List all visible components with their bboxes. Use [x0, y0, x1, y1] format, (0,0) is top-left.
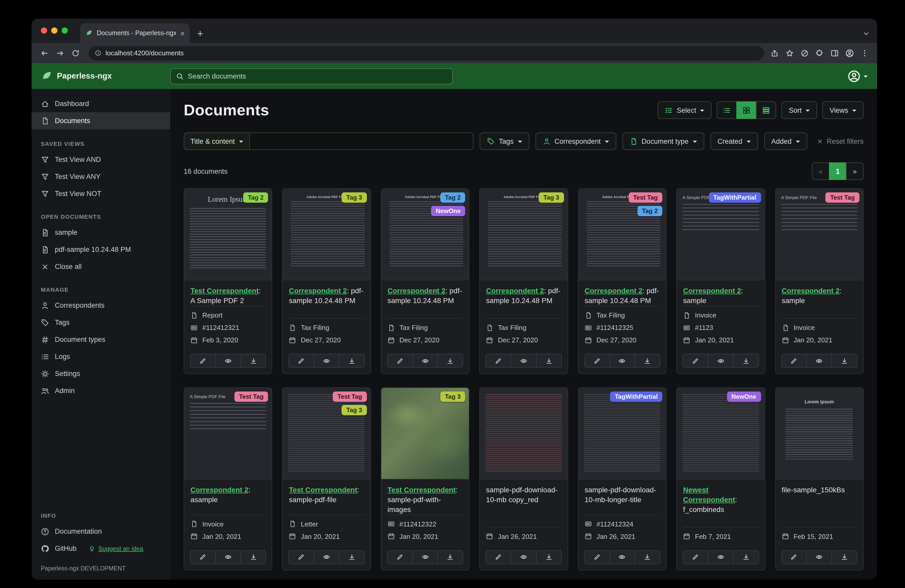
document-card[interactable]: Test TagTag 3Test Correspondent: sample-…	[282, 387, 371, 570]
document-thumbnail[interactable]: Adobe Acrobat PDF FilesTag 3	[283, 189, 370, 280]
sidebar-item-dashboard[interactable]: Dashboard	[32, 95, 170, 112]
view-detail-button[interactable]	[756, 101, 776, 119]
download-button[interactable]	[635, 354, 660, 368]
new-tab-button[interactable]: +	[197, 28, 203, 38]
download-button[interactable]	[733, 550, 759, 564]
tag-badge[interactable]: Tag 2	[637, 206, 662, 216]
document-card[interactable]: Adobe Acrobat PDF FilesTag 3Corresponden…	[479, 188, 568, 374]
share-icon[interactable]	[770, 49, 779, 57]
edit-button[interactable]	[387, 354, 413, 368]
document-card[interactable]: Tag 3Test Correspondent: sample-pdf-with…	[381, 387, 470, 570]
correspondent-filter-button[interactable]: Correspondent	[535, 132, 616, 150]
document-card[interactable]: NewOneNewest Correspondent: f_combinedsF…	[676, 387, 765, 570]
edit-button[interactable]	[584, 550, 610, 564]
correspondent-link[interactable]: Test Correspondent	[191, 287, 259, 295]
side-panel-icon[interactable]	[830, 49, 839, 57]
reset-filters-button[interactable]: Reset filters	[816, 137, 864, 145]
tag-badge[interactable]: Tag 3	[342, 192, 367, 203]
sidebar-item-close-all[interactable]: Close all	[32, 258, 170, 275]
edit-button[interactable]	[781, 550, 807, 564]
document-thumbnail[interactable]: TagWithPartial	[578, 388, 666, 479]
view-button[interactable]	[807, 354, 832, 368]
document-card[interactable]: Lorem IpsumTag 2Test Correspondent: A Sa…	[184, 188, 272, 374]
correspondent-link[interactable]: Newest Correspondent	[683, 486, 735, 504]
download-button[interactable]	[832, 354, 857, 368]
browser-menu-icon[interactable]	[861, 49, 869, 57]
tag-badge[interactable]: Test Tag	[629, 192, 662, 203]
sidebar-item-sample[interactable]: sample	[32, 224, 170, 241]
app-logo[interactable]: Paperless-ngx	[41, 70, 170, 82]
tag-badge[interactable]: NewOne	[727, 391, 761, 402]
document-thumbnail[interactable]: Adobe Acrobat PDF FilesTest TagTag 2	[578, 189, 666, 280]
global-search[interactable]	[170, 68, 453, 84]
view-button[interactable]	[412, 550, 438, 564]
download-button[interactable]	[536, 550, 562, 564]
correspondent-link[interactable]: Test Correspondent	[387, 486, 456, 494]
tag-badge[interactable]: NewOne	[431, 206, 465, 216]
view-button[interactable]	[314, 354, 340, 368]
reload-button[interactable]	[69, 46, 82, 60]
sidebar-item-correspondents[interactable]: Correspondents	[32, 297, 170, 314]
view-button[interactable]	[215, 354, 241, 368]
edit-button[interactable]	[683, 550, 708, 564]
tag-badge[interactable]: Tag 2	[440, 192, 465, 203]
document-thumbnail[interactable]: A Simple PDF FileTest Tag	[775, 189, 863, 280]
view-button[interactable]	[708, 354, 734, 368]
minimize-window-button[interactable]	[51, 27, 57, 33]
edit-button[interactable]	[289, 550, 314, 564]
document-thumbnail[interactable]: Adobe Acrobat PDF FilesTag 3	[480, 189, 568, 280]
document-thumbnail[interactable]: Lorem IpsumTag 2	[184, 189, 272, 280]
pagination-prev[interactable]: «	[812, 162, 829, 180]
tag-badge[interactable]: TagWithPartial	[709, 192, 761, 203]
forward-button[interactable]	[53, 46, 67, 60]
correspondent-link[interactable]: Test Correspondent	[289, 486, 357, 494]
download-button[interactable]	[635, 550, 660, 564]
search-input[interactable]	[188, 72, 447, 80]
sidebar-item-documents[interactable]: Documents	[32, 112, 170, 129]
sidebar-item-test-view-any[interactable]: Test View ANY	[32, 168, 170, 185]
correspondent-link[interactable]: Correspondent 2	[191, 486, 248, 494]
view-button[interactable]	[708, 550, 734, 564]
suggest-an-idea-link[interactable]: Suggest an idea	[89, 545, 143, 552]
tab-search-chevron-icon[interactable]	[862, 30, 870, 37]
added-filter-button[interactable]: Added	[764, 132, 807, 150]
document-card[interactable]: sample-pdf-download-10-mb copy_redJan 26…	[479, 387, 568, 570]
view-button[interactable]	[215, 550, 241, 564]
sidebar-item-github[interactable]: GitHubSuggest an idea	[32, 540, 170, 557]
document-card[interactable]: A Simple PDF FileTest TagCorrespondent 2…	[775, 188, 864, 374]
edit-button[interactable]	[486, 550, 511, 564]
edit-button[interactable]	[584, 354, 610, 368]
document-card[interactable]: A Simple PDF FileTagWithPartialCorrespon…	[676, 188, 765, 374]
download-button[interactable]	[339, 550, 365, 564]
document-card[interactable]: TagWithPartialsample-pdf-download-10-mb-…	[578, 387, 667, 570]
download-button[interactable]	[438, 550, 464, 564]
document-thumbnail[interactable]: A Simple PDF FileTagWithPartial	[677, 189, 765, 280]
document-card[interactable]: Lorem ipsumfile-sample_150kBsFeb 15, 202…	[775, 387, 864, 570]
download-button[interactable]	[240, 550, 266, 564]
tag-badge[interactable]: TagWithPartial	[610, 391, 662, 402]
view-button[interactable]	[314, 550, 340, 564]
site-info-icon[interactable]	[95, 50, 102, 56]
tag-badge[interactable]: Tag 3	[342, 405, 367, 415]
view-button[interactable]	[609, 550, 635, 564]
view-button[interactable]	[609, 354, 635, 368]
download-button[interactable]	[438, 354, 464, 368]
correspondent-link[interactable]: Correspondent 2	[486, 287, 544, 295]
edit-button[interactable]	[683, 354, 708, 368]
document-card[interactable]: A Simple PDF FileTest TagCorrespondent 2…	[184, 387, 272, 570]
edit-button[interactable]	[289, 354, 314, 368]
tag-badge[interactable]: Tag 3	[440, 391, 465, 402]
sidebar-item-settings[interactable]: Settings	[32, 365, 170, 382]
close-window-button[interactable]	[41, 27, 47, 33]
profile-avatar-icon[interactable]	[846, 49, 854, 57]
download-button[interactable]	[240, 354, 266, 368]
views-button[interactable]: Views	[822, 101, 864, 119]
document-thumbnail[interactable]: Adobe Acrobat PDF FilesTag 2NewOne	[381, 189, 469, 280]
download-button[interactable]	[832, 550, 857, 564]
sidebar-item-logs[interactable]: Logs	[32, 348, 170, 365]
view-list-button[interactable]	[717, 101, 737, 119]
pagination-page-1[interactable]: 1	[829, 162, 846, 180]
edit-button[interactable]	[387, 550, 413, 564]
correspondent-link[interactable]: Correspondent 2	[584, 287, 642, 295]
sidebar-item-admin[interactable]: Admin	[32, 382, 170, 399]
